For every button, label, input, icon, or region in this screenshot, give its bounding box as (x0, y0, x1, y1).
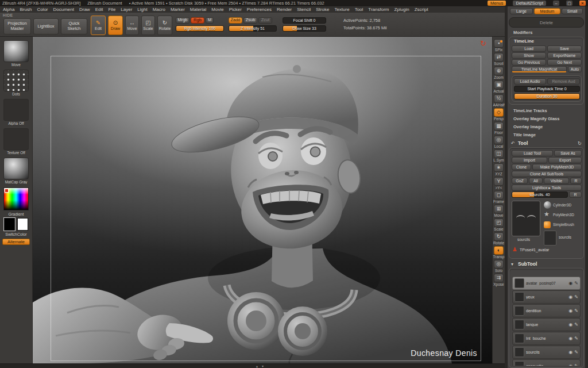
subtool-item[interactable]: sourcils ◉ ✎ (512, 346, 581, 359)
zadd-button[interactable]: Zadd (229, 17, 242, 24)
menu-item[interactable]: Stencil (297, 7, 311, 12)
subtool-item[interactable]: casquette ◉ ✎ (512, 359, 581, 366)
draw-button[interactable]: ⊙ Draw (108, 16, 123, 35)
menu-item[interactable]: Tool (355, 7, 363, 12)
tool-refresh-icon[interactable]: ↻ (578, 141, 582, 146)
timeline-load-button[interactable]: Load (512, 45, 546, 52)
right-shelf-button[interactable]: ▪ SPix (493, 39, 505, 52)
polymesh3d-label[interactable]: PolyMesh3D (553, 213, 574, 217)
load-audio-button[interactable]: Load Audio (514, 78, 546, 85)
clone-button[interactable]: Clone (512, 164, 531, 170)
menu-item[interactable]: Layer (121, 7, 132, 12)
menu-item[interactable]: Render (277, 7, 292, 12)
cylinder3d-label[interactable]: Cylinder3D (553, 203, 571, 207)
right-shelf-button[interactable]: ◎ Local (493, 136, 505, 148)
section-overlay-magnify-glass[interactable]: Overlay Magnify Glass (513, 116, 559, 121)
right-shelf-button[interactable]: ◫ L.Sym (493, 150, 505, 162)
palette-thumbnail-button[interactable]: Alpha Off (3, 99, 29, 125)
rgb-button[interactable]: Rgb (191, 17, 204, 24)
timeline-exportname-button[interactable]: ExportName (547, 52, 582, 59)
timeline-auto-button[interactable]: Auto (568, 66, 582, 72)
switchcolor-label[interactable]: SwitchColor (5, 232, 26, 236)
visibility-eye-icon[interactable]: ◉ (568, 350, 572, 355)
menu-item[interactable]: Movie (211, 7, 223, 12)
goz-button[interactable]: GoZ (512, 178, 528, 184)
polypaint-brush-icon[interactable]: ✎ (574, 281, 578, 286)
tpose-avatar-icon[interactable]: ♟ (512, 247, 517, 252)
alternate-button[interactable]: Alternate (2, 239, 30, 245)
sourcils-mini-label[interactable]: sourcils (559, 235, 571, 239)
menu-item[interactable]: Light (137, 7, 147, 12)
timeline-magnificat-slider[interactable]: TimeLine Magnificat (512, 66, 567, 72)
menu-item[interactable]: Material (190, 7, 206, 12)
palette-thumbnail-button[interactable]: Texture Off (3, 128, 29, 155)
subtool-item[interactable]: yeux ◉ ✎ (512, 290, 581, 304)
close-button[interactable]: ✕ (579, 1, 586, 6)
timeline-go-next-button[interactable]: Go Next (547, 59, 582, 66)
right-shelf-button[interactable]: ◰ Scale (493, 218, 505, 231)
cylinder3d-icon[interactable] (544, 201, 551, 209)
timeline-show-button[interactable]: Show (512, 52, 546, 59)
default-zscript-button[interactable]: DefaultZScript (513, 1, 546, 6)
right-shelf-button[interactable]: ⇉ Xpose (493, 274, 505, 286)
timeline-go-previous-button[interactable]: Go Previous (512, 59, 546, 66)
draw-size-slider[interactable]: Draw Size 33 (283, 25, 326, 32)
tool-history-icon[interactable]: ↶ (511, 141, 515, 146)
right-shelf-button[interactable]: ◻ Frame (493, 191, 505, 204)
polypaint-brush-icon[interactable]: ✎ (574, 322, 578, 327)
visibility-eye-icon[interactable]: ◉ (568, 308, 572, 313)
sourcils-mini-thumbnail[interactable] (544, 231, 556, 246)
z-intensity-slider[interactable]: Z Intensity 51 (229, 25, 277, 32)
right-shelf-button[interactable]: ◇ Persp (493, 108, 505, 121)
bottom-scrollbar[interactable]: ▴ ▾ (0, 363, 505, 368)
timeline-save-button[interactable]: Save (547, 45, 582, 52)
scroll-down-icon[interactable]: ▾ (262, 364, 264, 368)
move-button[interactable]: ↔ Move (125, 16, 139, 35)
tool-palette-title[interactable]: Tool (518, 140, 528, 146)
menus-button[interactable]: Menus (488, 1, 506, 6)
make-polymesh3d-button[interactable]: Make PolyMesh3D (532, 164, 582, 170)
rgb-intensity-slider[interactable]: Rgb Intensity 100 (176, 25, 224, 32)
right-shelf-button[interactable]: ▣ Actual (493, 80, 505, 93)
m-button[interactable]: M (206, 17, 214, 24)
goz-visible-button[interactable]: Visible (544, 178, 569, 184)
right-shelf-button[interactable]: ▦ Floor (493, 122, 505, 135)
load-tool-button[interactable]: Load Tool (512, 150, 553, 156)
menu-item[interactable]: Transform (368, 7, 389, 12)
secondary-color-swatch[interactable] (17, 218, 28, 231)
hide-label[interactable]: HIDE (3, 13, 13, 17)
right-shelf-button[interactable]: ⇄ Scroll (493, 53, 505, 66)
goz-all-button[interactable]: All (529, 178, 543, 184)
right-shelf-button[interactable]: ⊞ Move (493, 205, 505, 217)
menu-item[interactable]: Edit (95, 7, 103, 12)
subtool-collapse-icon[interactable]: ▾ (511, 262, 513, 267)
menu-item[interactable]: Document (53, 7, 74, 12)
export-button[interactable]: Export (548, 157, 582, 163)
polymesh3d-icon[interactable]: ★ (544, 211, 550, 217)
menu-item[interactable]: Zplugin (394, 7, 409, 12)
menu-item[interactable]: Alpha (3, 7, 14, 12)
quick-sketch-button[interactable]: Quick Sketch (61, 18, 87, 34)
polypaint-brush-icon[interactable]: ✎ (574, 308, 578, 313)
scale-button[interactable]: ◰ Scale (141, 16, 155, 35)
menu-item[interactable]: Marker (171, 7, 185, 12)
visibility-eye-icon[interactable]: ◉ (568, 322, 572, 327)
focal-shift-slider[interactable]: Focal Shift 0 (283, 17, 326, 24)
import-button[interactable]: Import (512, 157, 547, 163)
subtool-palette-title[interactable]: SubTool (518, 261, 537, 267)
polypaint-brush-icon[interactable]: ✎ (574, 363, 578, 366)
visibility-eye-icon[interactable]: ◉ (568, 336, 572, 341)
palette-thumbnail-button[interactable]: Move (3, 40, 29, 67)
subtool-item[interactable]: langue ◉ ✎ (512, 318, 581, 331)
active-tool-slider[interactable]: sourcils. 40 (512, 191, 568, 198)
tpose-avatar-label[interactable]: TPose#1_avatar (520, 248, 549, 252)
main-color-swatch[interactable] (4, 218, 15, 231)
delete-button[interactable]: Delete (509, 17, 584, 28)
polypaint-brush-icon[interactable]: ✎ (574, 336, 578, 341)
projection-master-button[interactable]: Projection Master (3, 18, 31, 34)
menu-item[interactable]: File (108, 7, 115, 12)
subtool-item[interactable]: avatar_posing07 ◉ ✎ (512, 277, 581, 290)
section-timeline-tracks[interactable]: TimeLine Tracks (513, 108, 547, 113)
right-shelf-button[interactable]: ↻ Rotate (493, 232, 505, 245)
menu-item[interactable]: Macro (153, 7, 165, 12)
